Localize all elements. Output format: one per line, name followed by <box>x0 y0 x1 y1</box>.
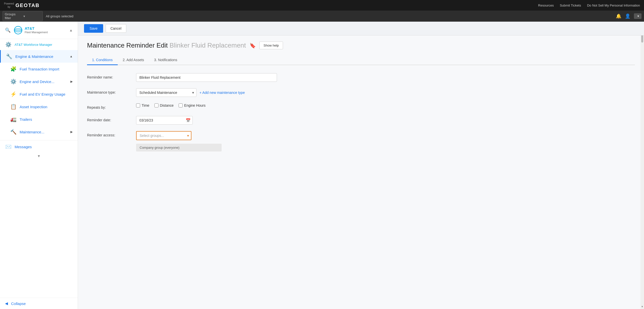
top-navbar: Powered by GEOTAB Resources Submit Ticke… <box>0 0 644 11</box>
page-body: Maintenance Reminder Edit Blinker Fluid … <box>78 35 644 164</box>
cancel-button[interactable]: Cancel <box>106 24 126 33</box>
engine-hours-checkbox[interactable] <box>179 103 183 107</box>
tab-conditions[interactable]: 1. Conditions <box>87 55 118 65</box>
collapse-icon: ◀ <box>5 301 8 306</box>
reminder-access-select[interactable]: Select groups... <box>136 131 191 140</box>
reminder-access-label: Reminder access: <box>87 131 131 137</box>
sidebar-item-engine-maintenance[interactable]: 🔧 Engine & Maintenance ▲ <box>0 50 78 63</box>
scrollbar-track: ▲ ▼ <box>640 22 644 309</box>
engine-device-arrow: ▶ <box>70 80 73 83</box>
conditions-form: Reminder name: Maintenance type: Schedul… <box>87 73 313 151</box>
time-checkbox-item[interactable]: Time <box>136 103 149 107</box>
sidebar-collapse-btn[interactable]: ◀ Collapse <box>0 298 78 309</box>
reminder-access-row: Reminder access: Select groups... Compan… <box>87 131 313 151</box>
fuel-ev-icon: ⚡ <box>10 91 17 97</box>
sidebar-item-maintenance[interactable]: 🔨 Maintenance... ▶ <box>0 126 78 138</box>
page-title: Maintenance Reminder Edit Blinker Fluid … <box>87 42 246 49</box>
tab-notifications[interactable]: 3. Notifications <box>149 55 182 65</box>
fuel-transaction-icon: 🧩 <box>10 66 17 72</box>
sidebar-item-trailers[interactable]: 🚛 Trailers <box>0 113 78 126</box>
scrollbar-down-arrow[interactable]: ▼ <box>641 304 643 309</box>
brand-text: AT&T Fleet Management <box>25 26 48 34</box>
distance-checkbox-item[interactable]: Distance <box>154 103 174 107</box>
maintenance-type-select[interactable]: Scheduled Maintenance Unscheduled Mainte… <box>136 88 196 97</box>
powered-by-text: Powered by <box>4 2 14 9</box>
engine-hours-checkbox-item[interactable]: Engine Hours <box>179 103 206 107</box>
messages-icon: ✉️ <box>5 144 12 150</box>
time-checkbox[interactable] <box>136 103 140 107</box>
sidebar: 🔍 AT&T Fleet Management ▲ ⚙️ A <box>0 22 78 309</box>
all-groups-text: All groups selected <box>46 14 73 18</box>
maintenance-type-control: Scheduled Maintenance Unscheduled Mainte… <box>136 88 313 97</box>
reminder-access-control: Select groups... Company group (everyone… <box>136 131 313 151</box>
repeats-checkbox-group: Time Distance Engine Hours <box>136 103 206 107</box>
bookmark-icon[interactable]: 🔖 <box>250 43 256 49</box>
user-avatar-icon[interactable]: 👤 <box>625 13 630 19</box>
save-button[interactable]: Save <box>84 24 103 33</box>
maintenance-icon: 🔨 <box>10 129 17 135</box>
topnav-action-icons: 🔔 👤 ▾ <box>616 13 641 19</box>
sidebar-item-asset-inspection[interactable]: 📋 Asset Inspection <box>0 100 78 113</box>
reminder-name-input[interactable] <box>136 73 277 82</box>
distance-checkbox[interactable] <box>154 103 158 107</box>
toolbar: Save Cancel <box>78 22 644 35</box>
att-logo-svg <box>14 26 23 35</box>
company-group-tag: Company group (everyone) <box>136 144 222 151</box>
do-not-sell-link[interactable]: Do Not Sell My Personal Information <box>587 4 640 7</box>
date-input-wrap: 📅 <box>136 116 193 125</box>
notification-bell-icon[interactable]: 🔔 <box>616 13 621 19</box>
add-maintenance-type-button[interactable]: + Add new maintenance type <box>199 91 245 95</box>
engine-maintenance-icon: 🔧 <box>6 53 12 59</box>
repeats-by-row: Repeats by: Time Distance <box>87 103 313 109</box>
main-content: Save Cancel Maintenance Reminder Edit Bl… <box>78 22 644 309</box>
main-layout: 🔍 AT&T Fleet Management ▲ ⚙️ A <box>0 22 644 309</box>
sidebar-collapse-arrow-top[interactable]: ▲ <box>69 28 73 32</box>
maintenance-type-label: Maintenance type: <box>87 88 131 94</box>
brand-logo: AT&T Fleet Management <box>14 26 48 35</box>
sidebar-item-fuel-ev[interactable]: ⚡ Fuel and EV Energy Usage <box>0 88 78 100</box>
reminder-date-label: Reminder date: <box>87 116 131 122</box>
asset-inspection-icon: 📋 <box>10 104 17 110</box>
reminder-name-row: Reminder name: <box>87 73 313 82</box>
reminder-access-select-wrap: Select groups... <box>136 131 191 140</box>
submit-tickets-link[interactable]: Submit Tickets <box>560 4 581 7</box>
tab-add-assets[interactable]: 2. Add Assets <box>118 55 149 65</box>
search-icon[interactable]: 🔍 <box>5 27 11 33</box>
workforce-icon: ⚙️ <box>5 42 12 48</box>
groups-filter-select[interactable]: Groups filter ▾ <box>3 11 43 21</box>
reminder-name-label: Reminder name: <box>87 73 131 79</box>
resources-link[interactable]: Resources <box>538 4 554 7</box>
sidebar-item-engine-device[interactable]: ⚙️ Engine and Device... ▶ <box>0 75 78 88</box>
maintenance-arrow: ▶ <box>70 130 73 134</box>
maintenance-type-select-wrap: Scheduled Maintenance Unscheduled Mainte… <box>136 88 196 97</box>
engine-maintenance-arrow: ▲ <box>70 55 73 58</box>
sidebar-scroll-down[interactable]: ▼ <box>0 153 78 159</box>
user-menu[interactable]: ▾ <box>634 13 641 19</box>
sidebar-header: 🔍 AT&T Fleet Management ▲ <box>0 22 78 39</box>
repeats-by-label: Repeats by: <box>87 103 131 109</box>
reminder-date-input[interactable] <box>136 116 193 125</box>
sidebar-nav: ⚙️ AT&T Workforce Manager 🔧 Engine & Mai… <box>0 39 78 159</box>
reminder-date-row: Reminder date: 📅 <box>87 116 313 125</box>
trailers-icon: 🚛 <box>10 116 17 122</box>
groups-filter-bar: Groups filter ▾ All groups selected 🔔 👤 … <box>0 11 644 22</box>
repeats-by-control: Time Distance Engine Hours <box>136 103 313 107</box>
topnav-right: Resources Submit Tickets Do Not Sell My … <box>538 4 640 7</box>
geotab-logo: GEOTAB <box>15 3 39 8</box>
engine-device-icon: ⚙️ <box>10 79 17 85</box>
show-help-button[interactable]: Show help <box>259 42 283 49</box>
sidebar-item-messages[interactable]: ✉️ Messages <box>0 140 78 153</box>
reminder-name-control <box>136 73 313 82</box>
page-title-row: Maintenance Reminder Edit Blinker Fluid … <box>87 42 635 49</box>
maintenance-type-row: Maintenance type: Scheduled Maintenance … <box>87 88 313 97</box>
sidebar-item-workforce[interactable]: ⚙️ AT&T Workforce Manager <box>0 39 78 50</box>
reminder-date-control: 📅 <box>136 116 313 125</box>
tab-bar: 1. Conditions 2. Add Assets 3. Notificat… <box>87 55 635 65</box>
sidebar-item-fuel-transaction[interactable]: 🧩 Fuel Transaction Import <box>0 63 78 75</box>
logo-area: Powered by GEOTAB <box>4 2 40 9</box>
